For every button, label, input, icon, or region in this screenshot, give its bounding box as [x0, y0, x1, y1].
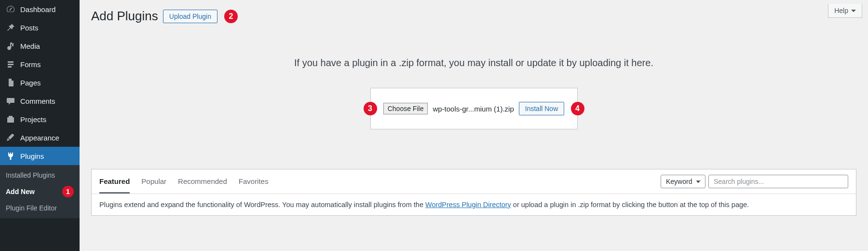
plugin-browse-panel: Featured Popular Recommended Favorites K… — [91, 169, 856, 216]
sidebar-item-comments[interactable]: Comments — [0, 92, 80, 110]
tabs-row: Featured Popular Recommended Favorites K… — [92, 169, 856, 194]
tab-popular[interactable]: Popular — [141, 169, 166, 194]
sidebar-item-label: Pages — [20, 79, 41, 87]
page-title: Add Plugins — [91, 9, 158, 24]
dashboard-icon — [6, 4, 15, 14]
install-now-button[interactable]: Install Now — [519, 102, 564, 115]
form-icon — [6, 59, 15, 69]
sidebar-item-label: Projects — [20, 115, 46, 124]
tabs-list: Featured Popular Recommended Favorites — [99, 169, 268, 194]
plugin-directory-link[interactable]: WordPress Plugin Directory — [425, 201, 511, 209]
page-header: Add Plugins Upload Plugin 2 — [80, 0, 868, 24]
sidebar-item-media[interactable]: Media — [0, 37, 80, 55]
upload-instructions: If you have a plugin in a .zip format, y… — [80, 57, 868, 69]
brush-icon — [6, 133, 15, 142]
tab-favorites[interactable]: Favorites — [239, 169, 269, 194]
sidebar-item-label: Dashboard — [20, 5, 55, 14]
main-content: Help Add Plugins Upload Plugin 2 If you … — [80, 0, 868, 251]
submenu-add-new[interactable]: Add New 1 — [0, 182, 80, 201]
sidebar-item-appearance[interactable]: Appearance — [0, 128, 80, 147]
annotation-badge-2: 2 — [224, 10, 238, 23]
portfolio-icon — [6, 114, 15, 124]
annotation-badge-1: 1 — [62, 186, 74, 197]
sidebar-item-label: Media — [20, 42, 40, 50]
desc-suffix: or upload a plugin in .zip format by cli… — [511, 201, 749, 209]
submenu-plugin-file-editor[interactable]: Plugin File Editor — [0, 201, 80, 215]
sidebar-item-label: Forms — [20, 60, 41, 69]
search-group: Keyword — [661, 170, 848, 193]
plug-icon — [6, 151, 15, 161]
sidebar-item-plugins[interactable]: Plugins — [0, 147, 80, 165]
tab-featured[interactable]: Featured — [99, 169, 130, 194]
sidebar-item-forms[interactable]: Forms — [0, 55, 80, 73]
sidebar-item-label: Comments — [20, 97, 55, 105]
submenu-label: Add New — [6, 188, 35, 195]
page-icon — [6, 78, 15, 87]
search-type-select[interactable]: Keyword — [661, 175, 705, 188]
sidebar-item-projects[interactable]: Projects — [0, 110, 80, 128]
sidebar-item-pages[interactable]: Pages — [0, 73, 80, 92]
sidebar-item-posts[interactable]: Posts — [0, 18, 80, 37]
help-label: Help — [834, 7, 848, 14]
choose-file-button[interactable]: Choose File — [383, 103, 428, 114]
tab-recommended[interactable]: Recommended — [178, 169, 227, 194]
annotation-badge-3: 3 — [364, 102, 377, 115]
sidebar-item-label: Appearance — [20, 134, 59, 142]
plugins-description: Plugins extend and expand the functional… — [92, 194, 856, 215]
selected-file-name: wp-tools-gr...mium (1).zip — [433, 105, 514, 113]
desc-prefix: Plugins extend and expand the functional… — [99, 201, 425, 209]
media-icon — [6, 41, 15, 51]
sidebar-item-label: Plugins — [20, 152, 44, 160]
sidebar-item-label: Posts — [20, 24, 39, 32]
annotation-badge-4: 4 — [571, 102, 584, 115]
pin-icon — [6, 23, 15, 32]
search-plugins-input[interactable] — [708, 175, 848, 188]
help-button[interactable]: Help — [828, 4, 862, 18]
chevron-down-icon — [851, 10, 856, 12]
admin-sidebar: Dashboard Posts Media Forms Pages Commen… — [0, 0, 80, 251]
upload-panel: 3 Choose File wp-tools-gr...mium (1).zip… — [370, 88, 578, 129]
submenu-installed-plugins[interactable]: Installed Plugins — [0, 168, 80, 182]
sidebar-item-dashboard[interactable]: Dashboard — [0, 0, 80, 18]
plugins-submenu: Installed Plugins Add New 1 Plugin File … — [0, 165, 80, 218]
comment-icon — [6, 96, 15, 106]
upload-plugin-button[interactable]: Upload Plugin — [163, 10, 217, 23]
